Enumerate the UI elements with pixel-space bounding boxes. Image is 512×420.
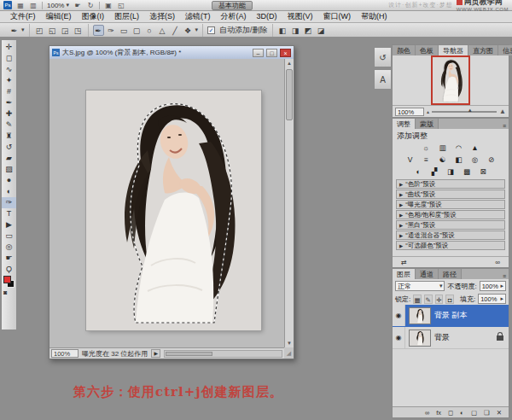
menu-edit[interactable]: 编辑(E) <box>41 11 77 22</box>
posterize-icon[interactable]: ▞ <box>428 167 440 177</box>
close-button[interactable]: × <box>280 49 291 57</box>
hue-saturation-icon[interactable]: ≡ <box>421 155 433 165</box>
hand-tool[interactable]: ☛ <box>2 253 16 264</box>
zoom-level-control[interactable]: 100% ▾ <box>47 2 69 9</box>
auto-add-delete-checkbox[interactable]: ✓ <box>207 26 215 34</box>
menu-filter[interactable]: 滤镜(T) <box>180 11 216 22</box>
channel-mixer-icon[interactable]: ⊘ <box>486 155 497 165</box>
hand-tool-icon[interactable]: ☛ <box>73 2 82 9</box>
mode-icon-4[interactable]: ◳ <box>73 25 84 36</box>
black-white-icon[interactable]: ◧ <box>453 155 465 165</box>
selective-color-icon[interactable]: ⊠ <box>477 167 489 177</box>
arrange-documents-icon[interactable]: ▣ <box>104 2 113 9</box>
navigator-preview[interactable] <box>433 57 468 103</box>
adjustment-layer-icon[interactable]: ◐ <box>460 409 464 417</box>
preset-selective-color[interactable]: ▶“可选颜色”预设 <box>396 241 505 250</box>
chevron-down-icon[interactable]: ▾ <box>21 26 25 33</box>
type-tool[interactable]: T <box>2 208 16 219</box>
tab-masks[interactable]: 蒙版 <box>416 119 439 129</box>
opacity-value[interactable]: 100% ▸ <box>480 281 506 291</box>
lock-all-icon[interactable]: ◘ <box>445 295 454 304</box>
path-selection-tool[interactable]: ▶ <box>2 219 16 230</box>
tab-paths[interactable]: 路径 <box>439 269 462 279</box>
menu-view[interactable]: 视图(V) <box>282 11 318 22</box>
panel-menu-icon[interactable]: ≡ <box>503 273 509 279</box>
exposure-icon[interactable]: ▲ <box>469 143 481 153</box>
gradient-tool[interactable]: ▨ <box>2 164 16 175</box>
3d-rotate-tool[interactable]: ◎ <box>2 242 16 253</box>
navigator-zoom-slider[interactable]: ▲ <box>432 111 497 113</box>
menu-file[interactable]: 文件(F) <box>5 11 41 22</box>
brush-tool[interactable]: ✎ <box>2 120 16 131</box>
mode-icon-3[interactable]: ◲ <box>60 25 71 36</box>
ellipse-icon[interactable]: ○ <box>144 25 155 36</box>
zoom-level-value[interactable]: 100% <box>47 2 64 9</box>
mode-icon-2[interactable]: ◱ <box>47 25 58 36</box>
zoom-tool[interactable]: Ϙ <box>2 264 16 275</box>
preset-exposure[interactable]: ▶“曝光度”预设 <box>396 200 505 209</box>
chevron-right-icon[interactable]: ▶ <box>399 213 403 218</box>
tab-histogram[interactable]: 直方图 <box>468 45 498 55</box>
marquee-tool[interactable]: ◻ <box>2 53 16 64</box>
current-tool-icon[interactable]: ✒ <box>9 25 20 36</box>
scrollbar-thumb[interactable] <box>286 69 293 120</box>
polygon-icon[interactable]: △ <box>157 25 168 36</box>
healing-brush-tool[interactable]: ✚ <box>2 108 16 120</box>
quick-mask-icon[interactable]: ◙ <box>3 289 7 295</box>
blur-tool[interactable]: ● <box>2 175 16 186</box>
path-op-icon-2[interactable]: ◨ <box>290 25 301 36</box>
chevron-down-icon[interactable]: ▾ <box>195 26 199 33</box>
path-op-icon-3[interactable]: ◩ <box>303 25 314 36</box>
photo-filter-icon[interactable]: ◎ <box>469 155 481 165</box>
screen-mode-icon[interactable]: ◱ <box>117 2 125 9</box>
chevron-right-icon[interactable]: ▶ <box>399 233 403 238</box>
vertical-scrollbar[interactable]: ▲ ▼ <box>284 59 294 347</box>
mode-icon-1[interactable]: ◰ <box>34 25 45 36</box>
maximize-button[interactable]: □ <box>266 49 277 57</box>
preset-hue-saturation[interactable]: ▶“色相/饱和度”预设 <box>396 210 505 219</box>
view-extras-icon[interactable]: ▥ <box>29 2 38 9</box>
bridge-icon[interactable]: ▦ <box>16 2 25 9</box>
zoom-in-icon[interactable]: ▲ <box>499 108 506 115</box>
lock-transparency-icon[interactable]: ▦ <box>413 295 422 304</box>
layer-row-background-copy[interactable]: ◉ 背景 副本 <box>393 305 509 327</box>
pen-tool-icon[interactable]: ✒ <box>93 25 104 36</box>
link-layers-icon[interactable]: ∞ <box>425 409 429 417</box>
lasso-tool[interactable]: ∿ <box>2 64 16 75</box>
zoom-out-icon[interactable]: ▴ <box>427 108 429 114</box>
gradient-map-icon[interactable]: ▩ <box>461 167 473 177</box>
preset-curves[interactable]: ▶“曲线”预设 <box>396 190 505 199</box>
visibility-eye-icon[interactable]: ◉ <box>393 327 405 348</box>
pen-tool[interactable]: ✑ <box>2 197 16 208</box>
rounded-rectangle-icon[interactable]: ▢ <box>131 25 143 36</box>
menu-help[interactable]: 帮助(H) <box>356 11 393 22</box>
scroll-up-icon[interactable]: ▲ <box>285 59 294 67</box>
menu-analysis[interactable]: 分析(A) <box>216 11 252 22</box>
dodge-tool[interactable]: ◐ <box>2 186 16 197</box>
status-options-button[interactable]: ▶ <box>151 349 160 358</box>
fill-value[interactable]: 100% ▸ <box>478 294 506 304</box>
history-panel-icon[interactable]: ↺ <box>374 47 392 67</box>
line-icon[interactable]: ╱ <box>170 25 181 36</box>
workspace-switcher-button[interactable]: 基本功能 <box>212 1 253 10</box>
vibrance-icon[interactable]: V <box>404 155 416 165</box>
clone-stamp-tool[interactable]: ♜ <box>2 131 16 142</box>
rotate-view-icon[interactable]: ↻ <box>86 2 95 9</box>
horizontal-scrollbar[interactable] <box>164 350 282 358</box>
layer-style-icon[interactable]: fx <box>436 409 441 417</box>
scrollbar-thumb[interactable] <box>166 352 212 356</box>
tab-color[interactable]: 颜色 <box>393 45 416 55</box>
resize-grip[interactable]: ◢ <box>284 347 294 359</box>
eyedropper-tool[interactable]: ✒ <box>2 97 16 108</box>
menu-window[interactable]: 窗口(W) <box>318 11 357 22</box>
preset-black-white[interactable]: ▶“黑白”预设 <box>396 220 505 230</box>
preset-channel-mixer[interactable]: ▶“通道混合器”预设 <box>396 230 505 240</box>
tab-swatches[interactable]: 色板 <box>416 45 439 55</box>
chevron-right-icon[interactable]: ▶ <box>399 182 403 187</box>
color-balance-icon[interactable]: ☯ <box>437 155 449 165</box>
document-title-bar[interactable]: Ps 大S.jpg @ 100% (背景 副本, RGB/8#) * – □ × <box>49 46 294 59</box>
foreground-color-swatch[interactable] <box>3 276 11 283</box>
layer-name[interactable]: 背景 副本 <box>434 310 509 321</box>
crop-tool[interactable]: # <box>2 86 16 97</box>
chevron-right-icon[interactable]: ▶ <box>399 243 403 248</box>
